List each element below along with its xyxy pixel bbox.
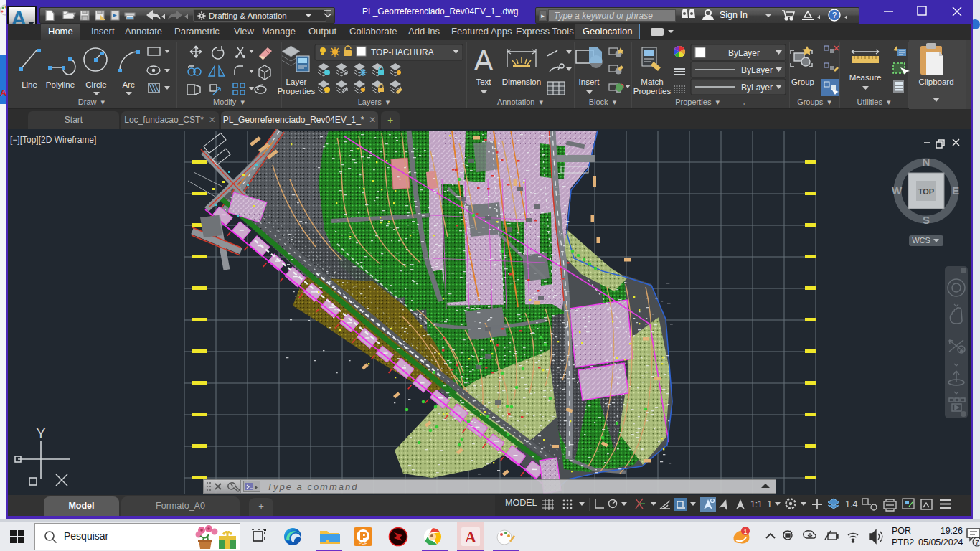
svg-text:Text: Text bbox=[476, 77, 491, 86]
svg-text:Arc: Arc bbox=[122, 80, 135, 89]
svg-text:Polyline: Polyline bbox=[46, 80, 75, 89]
svg-text:E: E bbox=[952, 184, 959, 197]
svg-text:1.4: 1.4 bbox=[845, 499, 857, 509]
svg-text:Line: Line bbox=[22, 80, 37, 89]
svg-text:7: 7 bbox=[975, 539, 979, 546]
svg-text:ByLayer: ByLayer bbox=[741, 65, 773, 75]
svg-text:1:1_1: 1:1_1 bbox=[750, 499, 772, 509]
svg-text:Properties: Properties bbox=[278, 87, 316, 95]
svg-text:?: ? bbox=[832, 11, 837, 19]
svg-text:A: A bbox=[465, 528, 476, 546]
svg-text:A: A bbox=[474, 44, 494, 76]
svg-text:Clipboard: Clipboard bbox=[918, 77, 953, 86]
svg-text:N: N bbox=[923, 156, 930, 168]
svg-text:S: S bbox=[923, 214, 930, 226]
svg-text:ByLayer: ByLayer bbox=[741, 83, 773, 93]
svg-text:WCS: WCS bbox=[912, 236, 930, 245]
svg-text:Measure: Measure bbox=[849, 73, 882, 82]
svg-text:TOP-HACHURA: TOP-HACHURA bbox=[371, 47, 434, 57]
svg-text:TOP: TOP bbox=[918, 187, 934, 196]
svg-text:PDF: PDF bbox=[359, 541, 367, 545]
svg-text:Circle: Circle bbox=[85, 80, 106, 89]
svg-text:W: W bbox=[892, 184, 903, 197]
svg-text:1: 1 bbox=[743, 528, 747, 535]
svg-text:Y: Y bbox=[36, 425, 45, 441]
svg-text:Properties: Properties bbox=[633, 87, 672, 95]
svg-text:Insert: Insert bbox=[579, 77, 600, 86]
svg-text:Layer: Layer bbox=[286, 77, 307, 86]
svg-text:Group: Group bbox=[791, 77, 814, 86]
svg-text:ByLayer: ByLayer bbox=[728, 48, 760, 58]
svg-text:Match: Match bbox=[641, 77, 663, 86]
svg-text:Dimension: Dimension bbox=[502, 77, 541, 86]
